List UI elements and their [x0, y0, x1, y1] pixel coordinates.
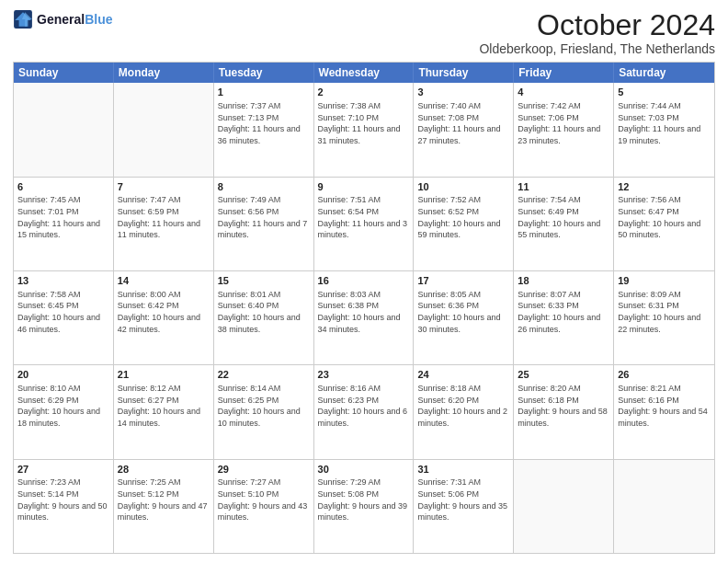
calendar-cell: 30Sunrise: 7:29 AM Sunset: 5:08 PM Dayli…: [314, 460, 415, 553]
calendar-cell: 1Sunrise: 7:37 AM Sunset: 7:13 PM Daylig…: [214, 83, 314, 176]
day-number: 7: [118, 180, 210, 194]
calendar-body: 1Sunrise: 7:37 AM Sunset: 7:13 PM Daylig…: [14, 83, 714, 553]
calendar-cell: 13Sunrise: 7:58 AM Sunset: 6:45 PM Dayli…: [14, 271, 114, 364]
day-number: 14: [118, 274, 210, 288]
calendar-cell: 12Sunrise: 7:56 AM Sunset: 6:47 PM Dayli…: [614, 178, 714, 270]
day-number: 21: [118, 368, 210, 382]
calendar-cell: 11Sunrise: 7:54 AM Sunset: 6:49 PM Dayli…: [514, 178, 614, 270]
day-number: 6: [17, 180, 109, 194]
calendar-cell: 19Sunrise: 8:09 AM Sunset: 6:31 PM Dayli…: [614, 271, 714, 364]
title-area: October 2024 Oldeberkoop, Friesland, The…: [479, 9, 715, 56]
calendar-cell: 26Sunrise: 8:21 AM Sunset: 6:16 PM Dayli…: [614, 365, 714, 458]
day-info: Sunrise: 7:25 AM Sunset: 5:12 PM Dayligh…: [118, 477, 210, 523]
calendar-week: 1Sunrise: 7:37 AM Sunset: 7:13 PM Daylig…: [14, 83, 714, 176]
calendar-cell: 6Sunrise: 7:45 AM Sunset: 7:01 PM Daylig…: [14, 178, 114, 270]
day-info: Sunrise: 8:03 AM Sunset: 6:38 PM Dayligh…: [318, 289, 410, 335]
logo-icon: [13, 9, 33, 29]
calendar-cell: [14, 83, 114, 176]
day-info: Sunrise: 7:47 AM Sunset: 6:59 PM Dayligh…: [118, 194, 210, 240]
calendar-cell: 21Sunrise: 8:12 AM Sunset: 6:27 PM Dayli…: [114, 365, 214, 458]
day-info: Sunrise: 8:21 AM Sunset: 6:16 PM Dayligh…: [618, 383, 711, 429]
day-number: 15: [218, 274, 310, 288]
calendar-cell: 16Sunrise: 8:03 AM Sunset: 6:38 PM Dayli…: [314, 271, 415, 364]
day-number: 29: [218, 463, 310, 477]
day-number: 22: [218, 368, 310, 382]
calendar-cell: 24Sunrise: 8:18 AM Sunset: 6:20 PM Dayli…: [414, 365, 514, 458]
calendar-cell: 5Sunrise: 7:44 AM Sunset: 7:03 PM Daylig…: [614, 83, 714, 176]
calendar-cell: 10Sunrise: 7:52 AM Sunset: 6:52 PM Dayli…: [414, 178, 514, 270]
calendar-cell: 2Sunrise: 7:38 AM Sunset: 7:10 PM Daylig…: [314, 83, 415, 176]
day-info: Sunrise: 7:49 AM Sunset: 6:56 PM Dayligh…: [218, 194, 310, 240]
calendar-cell: 14Sunrise: 8:00 AM Sunset: 6:42 PM Dayli…: [114, 271, 214, 364]
day-number: 25: [518, 368, 609, 382]
day-number: 1: [218, 86, 310, 99]
day-info: Sunrise: 7:44 AM Sunset: 7:03 PM Dayligh…: [618, 100, 711, 146]
day-info: Sunrise: 7:54 AM Sunset: 6:49 PM Dayligh…: [518, 194, 609, 240]
logo-text: GeneralBlue: [37, 12, 112, 27]
day-info: Sunrise: 7:45 AM Sunset: 7:01 PM Dayligh…: [17, 194, 109, 240]
calendar-cell: 23Sunrise: 8:16 AM Sunset: 6:23 PM Dayli…: [314, 365, 415, 458]
calendar-week: 27Sunrise: 7:23 AM Sunset: 5:14 PM Dayli…: [14, 459, 714, 553]
day-number: 12: [618, 180, 711, 194]
calendar-cell: [114, 83, 214, 176]
calendar-cell: 15Sunrise: 8:01 AM Sunset: 6:40 PM Dayli…: [214, 271, 314, 364]
calendar: SundayMondayTuesdayWednesdayThursdayFrid…: [13, 62, 715, 554]
day-info: Sunrise: 8:10 AM Sunset: 6:29 PM Dayligh…: [17, 383, 109, 429]
calendar-cell: 18Sunrise: 8:07 AM Sunset: 6:33 PM Dayli…: [514, 271, 614, 364]
day-info: Sunrise: 8:14 AM Sunset: 6:25 PM Dayligh…: [218, 383, 310, 429]
day-number: 30: [318, 463, 410, 477]
day-number: 9: [318, 180, 410, 194]
calendar-header-cell: Sunday: [14, 63, 114, 83]
day-info: Sunrise: 7:52 AM Sunset: 6:52 PM Dayligh…: [417, 194, 509, 240]
calendar-cell: 7Sunrise: 7:47 AM Sunset: 6:59 PM Daylig…: [114, 178, 214, 270]
day-number: 5: [618, 86, 711, 99]
header: GeneralBlue October 2024 Oldeberkoop, Fr…: [13, 9, 715, 56]
day-info: Sunrise: 8:16 AM Sunset: 6:23 PM Dayligh…: [318, 383, 410, 429]
day-number: 11: [518, 180, 609, 194]
calendar-header-cell: Tuesday: [214, 63, 314, 83]
calendar-cell: 9Sunrise: 7:51 AM Sunset: 6:54 PM Daylig…: [314, 178, 415, 270]
day-number: 4: [518, 86, 609, 99]
calendar-header-cell: Friday: [514, 63, 614, 83]
calendar-cell: 25Sunrise: 8:20 AM Sunset: 6:18 PM Dayli…: [514, 365, 614, 458]
calendar-cell: 8Sunrise: 7:49 AM Sunset: 6:56 PM Daylig…: [214, 178, 314, 270]
day-number: 23: [318, 368, 410, 382]
day-number: 27: [17, 463, 109, 477]
day-number: 16: [318, 274, 410, 288]
day-info: Sunrise: 7:42 AM Sunset: 7:06 PM Dayligh…: [518, 100, 609, 146]
day-number: 8: [218, 180, 310, 194]
day-number: 17: [417, 274, 509, 288]
location-title: Oldeberkoop, Friesland, The Netherlands: [479, 41, 715, 56]
calendar-cell: 3Sunrise: 7:40 AM Sunset: 7:08 PM Daylig…: [414, 83, 514, 176]
day-info: Sunrise: 8:20 AM Sunset: 6:18 PM Dayligh…: [518, 383, 609, 429]
calendar-cell: [614, 460, 714, 553]
day-info: Sunrise: 7:51 AM Sunset: 6:54 PM Dayligh…: [318, 194, 410, 240]
calendar-header-cell: Thursday: [414, 63, 514, 83]
calendar-cell: 20Sunrise: 8:10 AM Sunset: 6:29 PM Dayli…: [14, 365, 114, 458]
calendar-header-cell: Wednesday: [314, 63, 415, 83]
day-info: Sunrise: 7:29 AM Sunset: 5:08 PM Dayligh…: [318, 477, 410, 523]
day-number: 28: [118, 463, 210, 477]
day-number: 31: [417, 463, 509, 477]
day-info: Sunrise: 7:27 AM Sunset: 5:10 PM Dayligh…: [218, 477, 310, 523]
day-info: Sunrise: 8:07 AM Sunset: 6:33 PM Dayligh…: [518, 289, 609, 335]
calendar-cell: 31Sunrise: 7:31 AM Sunset: 5:06 PM Dayli…: [414, 460, 514, 553]
day-number: 2: [318, 86, 410, 99]
calendar-week: 13Sunrise: 7:58 AM Sunset: 6:45 PM Dayli…: [14, 270, 714, 364]
day-number: 13: [17, 274, 109, 288]
day-number: 3: [417, 86, 509, 99]
calendar-cell: 27Sunrise: 7:23 AM Sunset: 5:14 PM Dayli…: [14, 460, 114, 553]
calendar-week: 20Sunrise: 8:10 AM Sunset: 6:29 PM Dayli…: [14, 364, 714, 458]
month-title: October 2024: [479, 9, 715, 41]
calendar-cell: 4Sunrise: 7:42 AM Sunset: 7:06 PM Daylig…: [514, 83, 614, 176]
calendar-cell: 22Sunrise: 8:14 AM Sunset: 6:25 PM Dayli…: [214, 365, 314, 458]
day-info: Sunrise: 8:09 AM Sunset: 6:31 PM Dayligh…: [618, 289, 711, 335]
day-info: Sunrise: 7:38 AM Sunset: 7:10 PM Dayligh…: [318, 100, 410, 146]
day-number: 18: [518, 274, 609, 288]
calendar-header-cell: Monday: [114, 63, 214, 83]
day-info: Sunrise: 7:58 AM Sunset: 6:45 PM Dayligh…: [17, 289, 109, 335]
day-number: 10: [417, 180, 509, 194]
day-info: Sunrise: 7:40 AM Sunset: 7:08 PM Dayligh…: [417, 100, 509, 146]
day-number: 24: [417, 368, 509, 382]
day-info: Sunrise: 7:37 AM Sunset: 7:13 PM Dayligh…: [218, 100, 310, 146]
